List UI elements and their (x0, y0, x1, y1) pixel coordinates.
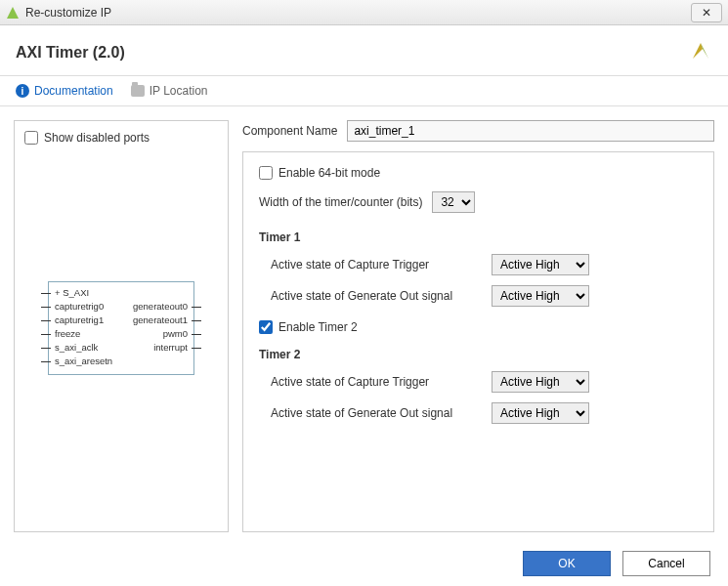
timer2-capture-select[interactable]: Active High (492, 371, 589, 393)
content: Show disabled ports + S_AXI capturetrig0… (0, 106, 728, 546)
show-disabled-ports-checkbox[interactable] (24, 131, 38, 145)
component-name-label: Component Name (242, 124, 337, 138)
timer1-capture-row: Active state of Capture Trigger Active H… (259, 254, 698, 275)
close-button[interactable]: ✕ (691, 3, 722, 22)
preview-panel: Show disabled ports + S_AXI capturetrig0… (14, 120, 229, 532)
port-right: generateout1 (133, 314, 188, 327)
timer1-generate-label: Active state of Generate Out signal (271, 289, 476, 303)
timer1-title: Timer 1 (259, 230, 698, 244)
ip-location-link[interactable]: IP Location (131, 84, 208, 98)
config-panel: Component Name Enable 64-bit mode Width … (242, 120, 714, 532)
port-right: interrupt (153, 341, 188, 355)
width-label: Width of the timer/counter (bits) (259, 195, 422, 209)
documentation-link[interactable]: i Documentation (16, 84, 113, 98)
timer2-capture-row: Active state of Capture Trigger Active H… (259, 371, 698, 393)
timer2-generate-label: Active state of Generate Out signal (271, 406, 476, 420)
timer1-capture-select[interactable]: Active High (492, 254, 589, 275)
enable-timer2-checkbox[interactable] (259, 320, 273, 334)
timer1-generate-row: Active state of Generate Out signal Acti… (259, 285, 698, 307)
enable-64bit-label: Enable 64-bit mode (278, 166, 380, 180)
enable-64bit[interactable]: Enable 64-bit mode (259, 166, 698, 180)
page-title: AXI Timer (2.0) (16, 44, 125, 62)
folder-icon (131, 85, 145, 97)
port-left: capturetrig0 (55, 300, 104, 314)
window-title: Re-customize IP (25, 6, 111, 20)
port-left: + S_AXI (55, 286, 89, 300)
footer: OK Cancel (523, 551, 710, 576)
header: AXI Timer (2.0) (0, 25, 728, 76)
timer2-title: Timer 2 (259, 348, 698, 361)
ok-button[interactable]: OK (523, 551, 611, 576)
timer2-generate-row: Active state of Generate Out signal Acti… (259, 402, 698, 424)
component-name-row: Component Name (242, 120, 714, 142)
svg-marker-0 (7, 7, 19, 19)
port-right: pwm0 (163, 327, 188, 341)
port-left: s_axi_aresetn (55, 355, 112, 368)
documentation-label: Documentation (34, 84, 113, 98)
enable-timer2-label: Enable Timer 2 (278, 320, 358, 334)
port-left: capturetrig1 (55, 314, 104, 327)
timer2-generate-select[interactable]: Active High (492, 402, 589, 424)
svg-marker-1 (693, 43, 703, 59)
timer2-capture-label: Active state of Capture Trigger (271, 375, 476, 389)
cancel-button[interactable]: Cancel (622, 551, 710, 576)
app-icon (6, 6, 20, 20)
ip-location-label: IP Location (150, 84, 208, 98)
width-row: Width of the timer/counter (bits) 32 (259, 191, 698, 213)
component-name-input[interactable] (347, 120, 714, 142)
info-icon: i (16, 84, 29, 98)
width-select[interactable]: 32 (432, 191, 475, 213)
toolbar: i Documentation IP Location (0, 76, 728, 106)
enable-timer2[interactable]: Enable Timer 2 (259, 320, 698, 334)
titlebar: Re-customize IP ✕ (0, 0, 728, 25)
ip-block-diagram: + S_AXI capturetrig0generateout0 capture… (48, 281, 194, 375)
show-disabled-ports-label: Show disabled ports (44, 131, 150, 145)
svg-marker-2 (701, 43, 708, 59)
timer1-capture-label: Active state of Capture Trigger (271, 258, 476, 272)
enable-64bit-checkbox[interactable] (259, 166, 273, 180)
port-left: s_axi_aclk (55, 341, 98, 355)
show-disabled-ports[interactable]: Show disabled ports (24, 131, 218, 145)
timer1-generate-select[interactable]: Active High (492, 285, 589, 307)
port-right: generateout0 (133, 300, 188, 314)
vendor-logo (689, 39, 712, 65)
config-box: Enable 64-bit mode Width of the timer/co… (242, 151, 714, 532)
port-left: freeze (55, 327, 80, 341)
